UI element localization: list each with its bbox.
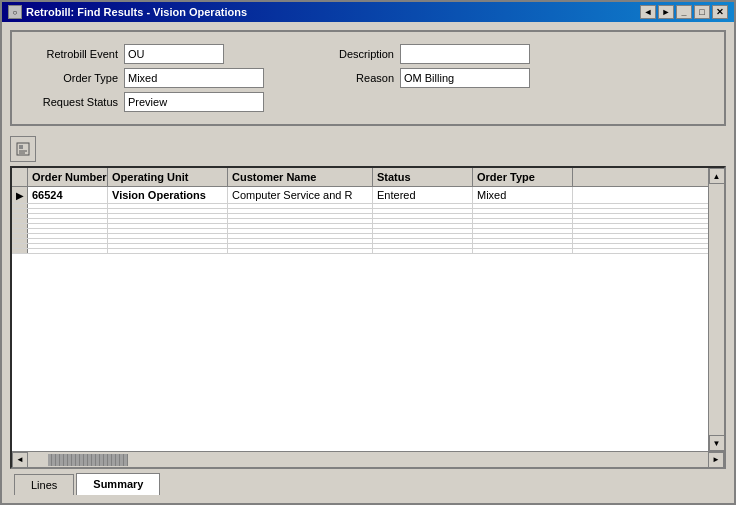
cell-order-type: [473, 219, 573, 223]
cell-order-type: [473, 224, 573, 228]
cell-operating-unit: [108, 239, 228, 243]
form-left: Retrobill Event Order Type Request Statu…: [28, 44, 264, 112]
cell-status: Entered: [373, 187, 473, 203]
form-section: Retrobill Event Order Type Request Statu…: [28, 44, 708, 112]
form-panel: Retrobill Event Order Type Request Statu…: [10, 30, 726, 126]
cell-order-number: [28, 214, 108, 218]
cell-operating-unit: [108, 244, 228, 248]
cell-status: [373, 224, 473, 228]
cell-status: [373, 219, 473, 223]
cell-operating-unit: [108, 209, 228, 213]
table-row[interactable]: ▶ 66524 Vision Operations Computer Servi…: [12, 187, 708, 204]
cell-order-number: [28, 229, 108, 233]
tab-lines[interactable]: Lines: [14, 474, 74, 495]
scroll-track-h[interactable]: [28, 452, 708, 467]
cell-order-type: [473, 244, 573, 248]
order-type-label: Order Type: [28, 72, 118, 84]
grid-header: Order Number Operating Unit Customer Nam…: [12, 168, 708, 187]
cell-order-number: [28, 244, 108, 248]
cell-order-number: [28, 249, 108, 253]
description-row: Description: [324, 44, 530, 64]
scroll-up-button[interactable]: ▲: [709, 168, 725, 184]
row-indicator: [12, 234, 28, 238]
scroll-left-button[interactable]: ◄: [12, 452, 28, 468]
bottom-tabs: Lines Summary: [10, 469, 726, 495]
retrobill-event-label: Retrobill Event: [28, 48, 118, 60]
close-button[interactable]: ✕: [712, 5, 728, 19]
cell-customer-name: [228, 249, 373, 253]
cell-status: [373, 204, 473, 208]
cell-operating-unit: [108, 219, 228, 223]
request-status-input[interactable]: [124, 92, 264, 112]
cell-order-type: [473, 214, 573, 218]
cell-operating-unit: Vision Operations: [108, 187, 228, 203]
cell-status: [373, 234, 473, 238]
cell-customer-name: [228, 214, 373, 218]
grid-body: ▶ 66524 Vision Operations Computer Servi…: [12, 187, 708, 451]
scroll-right-button[interactable]: ►: [708, 452, 724, 468]
table-row[interactable]: [12, 249, 708, 254]
grid-main: Order Number Operating Unit Customer Nam…: [12, 168, 708, 451]
row-indicator: [12, 204, 28, 208]
col-customer-name-header: Customer Name: [228, 168, 373, 186]
extra-btn-2[interactable]: ►: [658, 5, 674, 19]
cell-order-number: 66524: [28, 187, 108, 203]
retrobill-event-input[interactable]: [124, 44, 224, 64]
reason-input[interactable]: [400, 68, 530, 88]
cell-operating-unit: [108, 214, 228, 218]
vertical-scrollbar[interactable]: ▲ ▼: [708, 168, 724, 451]
cell-order-type: [473, 239, 573, 243]
cell-customer-name: [228, 204, 373, 208]
row-indicator: [12, 219, 28, 223]
window-title: Retrobill: Find Results - Vision Operati…: [26, 6, 247, 18]
cell-order-type: [473, 229, 573, 233]
cell-operating-unit: [108, 204, 228, 208]
extra-btn-1[interactable]: ◄: [640, 5, 656, 19]
tab-summary[interactable]: Summary: [76, 473, 160, 495]
row-indicator: [12, 239, 28, 243]
attachment-icon: [15, 141, 31, 157]
cell-order-number: [28, 204, 108, 208]
cell-customer-name: [228, 239, 373, 243]
cell-operating-unit: [108, 224, 228, 228]
order-type-row: Order Type: [28, 68, 264, 88]
main-window: ○ Retrobill: Find Results - Vision Opera…: [0, 0, 736, 505]
scroll-down-button[interactable]: ▼: [709, 435, 725, 451]
title-bar-buttons: ◄ ► _ □ ✕: [640, 5, 728, 19]
title-bar-left: ○ Retrobill: Find Results - Vision Opera…: [8, 5, 247, 19]
cell-status: [373, 244, 473, 248]
cell-status: [373, 249, 473, 253]
cell-customer-name: Computer Service and R: [228, 187, 373, 203]
reason-label: Reason: [324, 72, 394, 84]
request-status-row: Request Status: [28, 92, 264, 112]
cell-customer-name: [228, 234, 373, 238]
cell-customer-name: [228, 219, 373, 223]
horizontal-scrollbar[interactable]: ◄ ►: [12, 451, 724, 467]
cell-customer-name: [228, 209, 373, 213]
toolbar: [10, 132, 726, 166]
attachment-button[interactable]: [10, 136, 36, 162]
cell-customer-name: [228, 244, 373, 248]
grid-container: Order Number Operating Unit Customer Nam…: [10, 166, 726, 469]
cell-operating-unit: [108, 249, 228, 253]
cell-status: [373, 229, 473, 233]
row-indicator: [12, 229, 28, 233]
title-bar: ○ Retrobill: Find Results - Vision Opera…: [2, 2, 734, 22]
description-input[interactable]: [400, 44, 530, 64]
cell-order-type: [473, 209, 573, 213]
row-indicator: [12, 244, 28, 248]
cell-order-number: [28, 219, 108, 223]
order-type-input[interactable]: [124, 68, 264, 88]
row-indicator: [12, 224, 28, 228]
svg-rect-1: [19, 145, 23, 149]
window-icon: ○: [8, 5, 22, 19]
cell-operating-unit: [108, 229, 228, 233]
maximize-button[interactable]: □: [694, 5, 710, 19]
form-right: Description Reason: [324, 44, 530, 112]
reason-row: Reason: [324, 68, 530, 88]
minimize-button[interactable]: _: [676, 5, 692, 19]
col-operating-unit-header: Operating Unit: [108, 168, 228, 186]
row-indicator: ▶: [12, 187, 28, 203]
retrobill-event-row: Retrobill Event: [28, 44, 264, 64]
cell-order-type: [473, 204, 573, 208]
